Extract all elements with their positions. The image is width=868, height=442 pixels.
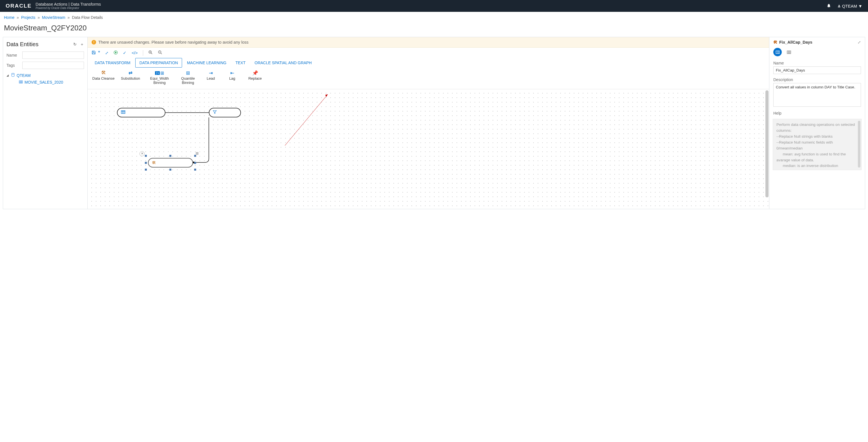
unsaved-warning: ! There are unsaved changes. Please save… <box>88 37 769 47</box>
add-icon[interactable]: ＋ <box>80 42 84 47</box>
tree-root-label: QTEAM <box>17 73 31 78</box>
svg-marker-19 <box>213 111 216 114</box>
breadcrumb-projects[interactable]: Projects <box>21 15 35 20</box>
center-panel: ! There are unsaved changes. Please save… <box>88 37 769 209</box>
delete-node-icon[interactable]: ✕ <box>140 151 145 156</box>
user-name: QTEAM <box>842 4 857 8</box>
save-icon[interactable] <box>92 50 96 56</box>
filter-tags-input[interactable] <box>22 62 84 69</box>
filter-node-icon <box>213 110 217 115</box>
svg-line-13 <box>161 53 162 54</box>
prop-help-label: Help <box>773 111 861 115</box>
chevron-down-icon: ▼ <box>858 4 862 8</box>
svg-marker-7 <box>115 52 116 53</box>
substitution-icon: ⇄ <box>128 70 132 76</box>
data-cleanse-icon: 🛠 <box>101 70 106 76</box>
tree-item-label: MOVIE_SALES_2020 <box>25 80 63 84</box>
tab-oracle-spatial[interactable]: ORACLE SPATIAL AND GRAPH <box>250 58 316 68</box>
breadcrumb-current: Data Flow Details <box>72 15 103 20</box>
unsaved-asterisk-icon: * <box>98 50 100 56</box>
properties-panel: 🛠 Fix_AllCap_Days ⤢ Name Description Hel… <box>769 37 865 209</box>
op-equi-width-binning[interactable]: ƒx⊞ Equi_Width Binning <box>144 69 175 86</box>
page-title: MovieStream_Q2FY2020 <box>0 22 868 37</box>
data-entities-title: Data Entities <box>6 41 38 47</box>
zoom-out-icon[interactable] <box>158 50 162 56</box>
app-title: Database Actions | Data Transforms <box>35 2 101 7</box>
schema-icon <box>11 73 15 78</box>
general-tab-icon[interactable] <box>773 48 782 56</box>
oracle-logo: ORACLE <box>6 3 32 9</box>
lead-icon: ⇥ <box>209 70 213 76</box>
tab-data-transform[interactable]: DATA TRANSFORM <box>90 58 135 68</box>
help-text-box: Perform data cleansing operations on sel… <box>773 119 862 170</box>
quantile-icon: ⊞ <box>186 70 190 76</box>
svg-rect-1 <box>19 80 23 83</box>
op-lag[interactable]: ⇤ Lag <box>222 69 242 86</box>
lag-icon: ⇤ <box>230 70 234 76</box>
node-filter[interactable] <box>209 108 241 117</box>
validate-icon[interactable]: ✓ <box>123 50 127 56</box>
op-data-cleanse[interactable]: 🛠 Data Cleanse <box>90 69 117 86</box>
table-node-icon <box>121 110 125 115</box>
left-panel: Data Entities ↻ ＋ Name Tags ◢ QTEAM <box>3 37 88 209</box>
fit-icon[interactable]: ⤢ <box>105 51 108 55</box>
filter-name-label: Name <box>6 53 22 58</box>
tab-data-preparation[interactable]: DATA PREPARATION <box>135 58 182 68</box>
table-icon <box>19 80 23 84</box>
tree-collapse-icon[interactable]: ◢ <box>6 74 9 77</box>
tree-item-movie-sales[interactable]: MOVIE_SALES_2020 <box>6 79 84 86</box>
node-selection: ✕ ⊞ <box>146 156 195 170</box>
prop-name-label: Name <box>773 61 861 65</box>
breadcrumb-moviestream[interactable]: MovieStream <box>42 15 65 20</box>
cleanse-op-icon: 🛠 <box>773 40 778 44</box>
op-quantile-binning[interactable]: ⊞ Quantile Binning <box>177 69 199 86</box>
warning-icon: ! <box>92 40 96 44</box>
prop-desc-label: Description <box>773 77 861 82</box>
svg-line-9 <box>151 53 152 54</box>
expand-panel-icon[interactable]: ⤢ <box>858 40 861 44</box>
design-canvas[interactable]: ▴ 🛠 ✕ <box>88 89 769 209</box>
prop-name-input[interactable] <box>773 66 861 74</box>
zoom-in-icon[interactable] <box>148 50 153 56</box>
refresh-icon[interactable]: ↻ <box>73 42 76 47</box>
op-replace[interactable]: 📌 Replace <box>244 69 266 86</box>
help-text: Perform data cleansing operations on sel… <box>776 123 856 168</box>
scroll-up-icon[interactable]: ▴ <box>767 89 768 90</box>
binning-icon: ƒx⊞ <box>155 70 164 76</box>
op-lead[interactable]: ⇥ Lead <box>201 69 221 86</box>
tree-root-qteam[interactable]: ◢ QTEAM <box>6 72 84 79</box>
filter-name-input[interactable] <box>22 52 84 59</box>
breadcrumb-home[interactable]: Home <box>4 15 14 20</box>
run-icon[interactable] <box>114 50 118 56</box>
tab-text[interactable]: TEXT <box>231 58 250 68</box>
replace-icon: 📌 <box>252 70 258 76</box>
editor-toolbar: * ⤢ ✓ </> <box>88 47 769 57</box>
svg-rect-15 <box>121 111 125 114</box>
breadcrumb: Home » Projects » MovieStream » Data Flo… <box>0 12 868 22</box>
svg-point-0 <box>11 73 14 74</box>
app-subtitle: Powered by Oracle Data Integrator <box>35 6 101 9</box>
node-source-table[interactable] <box>117 108 165 117</box>
user-menu[interactable]: QTEAM ▼ <box>837 4 862 8</box>
op-substitution[interactable]: ⇄ Substitution <box>119 69 142 86</box>
properties-title: Fix_AllCap_Days <box>779 40 812 44</box>
category-tabs: DATA TRANSFORM DATA PREPARATION MACHINE … <box>88 57 769 68</box>
filter-tags-label: Tags <box>6 63 22 68</box>
tab-machine-learning[interactable]: MACHINE LEARNING <box>183 58 230 68</box>
code-icon[interactable]: </> <box>132 50 138 55</box>
vertical-scrollbar[interactable] <box>766 90 769 197</box>
top-bar: ORACLE Database Actions | Data Transform… <box>0 0 868 12</box>
app-title-block: Database Actions | Data Transforms Power… <box>35 2 101 10</box>
svg-rect-25 <box>787 51 791 54</box>
columns-tab-icon[interactable] <box>784 48 793 56</box>
svg-rect-22 <box>776 51 779 54</box>
prop-desc-input[interactable] <box>773 83 861 107</box>
warning-text: There are unsaved changes. Please save b… <box>98 40 249 44</box>
notifications-icon[interactable] <box>827 3 831 9</box>
help-scrollbar[interactable] <box>858 121 860 168</box>
operator-palette: 🛠 Data Cleanse ⇄ Substitution ƒx⊞ Equi_W… <box>88 68 769 89</box>
